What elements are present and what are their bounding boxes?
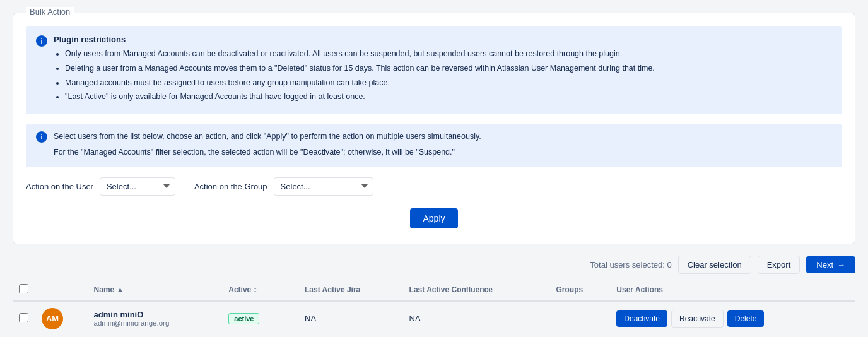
action-group-label: Action on the Group xyxy=(194,182,267,191)
table-header-row: Name ▲ Active ↕ Last Active Jira Last Ac… xyxy=(13,279,855,301)
action-user-label: Action on the User xyxy=(26,182,93,191)
reactivate-button-0[interactable]: Reactivate xyxy=(671,310,724,328)
row-groups-cell xyxy=(549,301,610,336)
user-email: admin@miniorange.org xyxy=(94,319,216,327)
header-name[interactable]: Name ▲ xyxy=(88,279,223,301)
delete-button-0[interactable]: Delete xyxy=(727,310,765,327)
export-button[interactable]: Export xyxy=(758,256,801,274)
row-checkbox-0[interactable] xyxy=(19,313,28,322)
row-jira-cell: NA xyxy=(298,301,403,336)
restriction-item-3: Managed accounts must be assigned to use… xyxy=(65,77,655,89)
row-actions-cell: Deactivate Reactivate Delete xyxy=(610,301,855,336)
select-all-checkbox[interactable] xyxy=(19,284,28,293)
user-actions-group: Deactivate Reactivate Delete xyxy=(616,310,849,328)
apply-button[interactable]: Apply xyxy=(410,208,457,228)
restriction-item-1: Only users from Managed Accounts can be … xyxy=(65,48,655,60)
users-table: Name ▲ Active ↕ Last Active Jira Last Ac… xyxy=(13,279,855,338)
arrow-right-icon: → xyxy=(837,260,845,269)
apply-row: Apply xyxy=(26,202,842,231)
header-last-active-confluence: Last Active Confluence xyxy=(403,279,550,301)
restriction-item-2: Deleting a user from a Managed Accounts … xyxy=(65,62,655,74)
info-icon-1: i xyxy=(36,35,47,47)
next-button[interactable]: Next → xyxy=(806,256,855,273)
header-user-actions: User Actions xyxy=(610,279,855,301)
action-group-select[interactable]: Select... Add to Group Remove from Group xyxy=(274,177,373,196)
user-name: admin miniO xyxy=(94,310,216,319)
action-user-select[interactable]: Select... Deactivate Reactivate Delete xyxy=(100,177,175,196)
plugin-restrictions-list: Only users from Managed Accounts can be … xyxy=(54,48,655,103)
next-label: Next xyxy=(816,260,833,269)
restriction-item-4: "Last Active" is only available for Mana… xyxy=(65,91,655,103)
table-section: Total users selected: 0 Clear selection … xyxy=(13,251,855,338)
deactivate-button-0[interactable]: Deactivate xyxy=(616,310,667,327)
total-selected-label: Total users selected: 0 xyxy=(590,260,671,269)
bulk-action-card: Bulk Action i Plugin restrictions Only u… xyxy=(13,13,855,244)
row-name-cell: admin miniO admin@miniorange.org xyxy=(88,301,223,336)
header-groups: Groups xyxy=(549,279,610,301)
header-avatar-col xyxy=(35,279,88,301)
action-user-group: Action on the User Select... Deactivate … xyxy=(26,177,175,196)
plugin-restrictions-box: i Plugin restrictions Only users from Ma… xyxy=(26,26,842,114)
instructions-line2: For the "Managed Accounts" filter select… xyxy=(54,146,481,158)
plugin-restrictions-title: Plugin restrictions xyxy=(54,35,655,44)
clear-selection-button[interactable]: Clear selection xyxy=(678,256,751,274)
status-badge: active xyxy=(228,313,259,324)
instructions-box: i Select users from the list below, choo… xyxy=(26,124,842,167)
header-active[interactable]: Active ↕ xyxy=(222,279,298,301)
table-row: AM admin miniO admin@miniorange.org acti… xyxy=(13,301,855,336)
instructions-line1: Select users from the list below, choose… xyxy=(54,131,481,143)
avatar: AM xyxy=(42,308,63,329)
bulk-action-title: Bulk Action xyxy=(26,7,74,16)
table-toolbar: Total users selected: 0 Clear selection … xyxy=(13,251,855,279)
row-checkbox-cell xyxy=(13,301,35,336)
row-confluence-cell: NA xyxy=(403,301,550,336)
info-icon-2: i xyxy=(36,131,47,143)
header-last-active-jira: Last Active Jira xyxy=(298,279,403,301)
header-checkbox-col xyxy=(13,279,35,301)
actions-row: Action on the User Select... Deactivate … xyxy=(26,177,842,196)
row-avatar-cell: AM xyxy=(35,301,88,336)
row-status-cell: active xyxy=(222,301,298,336)
action-group-group: Action on the Group Select... Add to Gro… xyxy=(194,177,373,196)
